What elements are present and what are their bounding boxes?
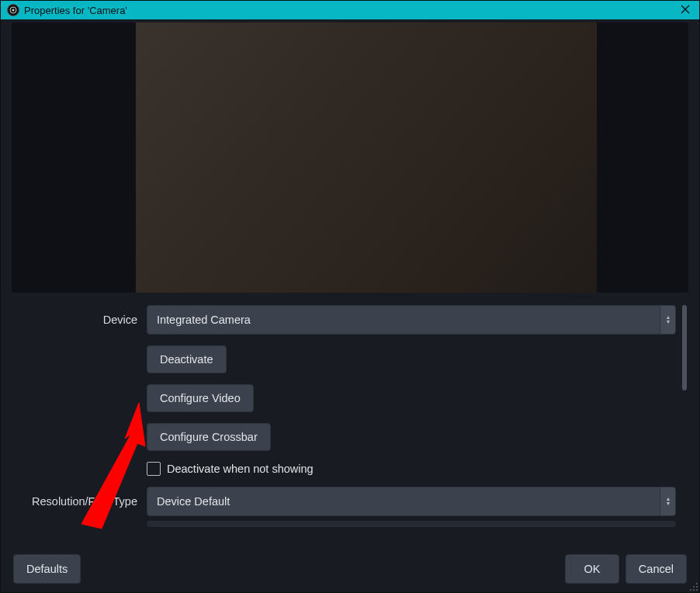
- configure-crossbar-row: Configure Crossbar: [12, 423, 688, 451]
- resolution-fps-select-value: Device Default: [157, 495, 230, 508]
- configure-video-row: Configure Video: [12, 384, 688, 412]
- close-icon: [681, 5, 690, 14]
- deactivate-when-not-showing-checkbox[interactable]: [147, 462, 161, 476]
- select-spinner-icon: ▴▾: [660, 487, 675, 515]
- resolution-fps-label: Resolution/FPS Type: [12, 495, 147, 508]
- obs-app-icon: [7, 4, 19, 16]
- vertical-scrollbar[interactable]: [682, 305, 687, 390]
- title-bar: Properties for 'Camera': [1, 1, 699, 19]
- close-button[interactable]: [677, 3, 693, 17]
- cancel-button[interactable]: Cancel: [625, 554, 687, 584]
- deactivate-button[interactable]: Deactivate: [147, 345, 227, 373]
- ok-button[interactable]: OK: [565, 554, 619, 584]
- configure-video-button[interactable]: Configure Video: [147, 384, 254, 412]
- video-preview: [12, 23, 688, 293]
- select-spinner-icon: ▴▾: [660, 306, 675, 334]
- resolution-fps-select[interactable]: Device Default ▴▾: [147, 487, 676, 516]
- svg-point-1: [12, 9, 15, 12]
- video-preview-frame: [136, 23, 597, 293]
- device-select-value: Integrated Camera: [157, 314, 251, 326]
- dialog-content: Device Integrated Camera ▴▾ Deactivate: [1, 19, 699, 546]
- properties-form: Device Integrated Camera ▴▾ Deactivate: [12, 305, 688, 527]
- device-select[interactable]: Integrated Camera ▴▾: [147, 305, 676, 335]
- device-label: Device: [12, 314, 147, 326]
- deactivate-row: Deactivate: [12, 345, 688, 373]
- horizontal-scrollbar[interactable]: [147, 521, 676, 527]
- deactivate-when-not-showing-label: Deactivate when not showing: [167, 463, 314, 475]
- dialog-footer: Defaults OK Cancel: [1, 546, 699, 592]
- resolution-fps-row: Resolution/FPS Type Device Default ▴▾: [12, 487, 688, 516]
- configure-crossbar-button[interactable]: Configure Crossbar: [147, 423, 271, 451]
- deactivate-when-not-showing-row: Deactivate when not showing: [12, 462, 688, 476]
- device-row: Device Integrated Camera ▴▾: [12, 305, 688, 335]
- window-title: Properties for 'Camera': [24, 5, 127, 16]
- defaults-button[interactable]: Defaults: [13, 554, 81, 584]
